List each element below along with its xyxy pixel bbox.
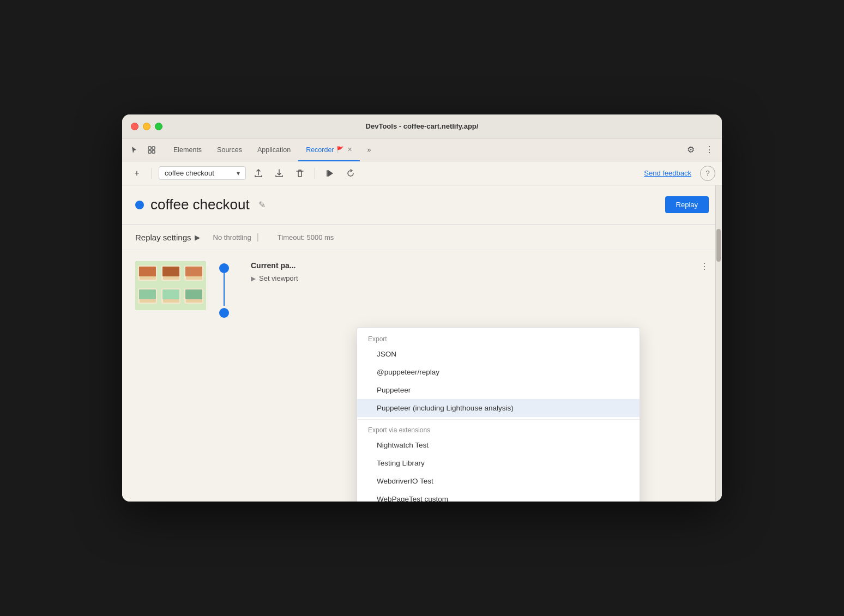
step-circle-1	[219, 263, 229, 273]
step-circle-2	[219, 308, 229, 318]
svg-rect-24	[186, 299, 202, 303]
svg-rect-15	[186, 276, 202, 280]
dropdown-arrow-icon: ▾	[237, 170, 240, 177]
toolbar-divider-2	[315, 168, 315, 179]
recording-selector-text: coffee checkout	[165, 169, 232, 177]
dropdown-item-puppeteer-replay[interactable]: @puppeteer/replay	[357, 363, 640, 381]
dropdown-item-puppeteer[interactable]: Puppeteer	[357, 381, 640, 399]
export-button[interactable]	[250, 165, 267, 182]
tab-elements[interactable]: Elements	[166, 138, 209, 161]
cursor-icon[interactable]	[126, 142, 142, 158]
step-line	[224, 273, 225, 306]
recording-status-dot	[135, 201, 144, 209]
svg-rect-12	[163, 276, 179, 280]
step-sub: ▶ Set viewport	[251, 274, 687, 282]
step-title: Current pa...	[251, 261, 687, 270]
inspect-icon[interactable]	[144, 142, 159, 158]
replay-button[interactable]: Replay	[665, 196, 709, 213]
dropdown-item-nightwatch[interactable]: Nightwatch Test	[357, 436, 640, 454]
recording-selector[interactable]: coffee checkout ▾	[159, 166, 246, 180]
toolbar: + coffee checkout ▾	[122, 161, 722, 185]
recording-title: coffee checkout	[150, 196, 250, 213]
tab-sources[interactable]: Sources	[209, 138, 250, 161]
toolbar-divider-1	[152, 168, 152, 179]
step-details: Current pa... ▶ Set viewport	[251, 261, 687, 318]
title-bar: DevTools - coffee-cart.netlify.app/	[122, 114, 722, 138]
tab-more[interactable]: »	[360, 138, 379, 161]
maximize-button[interactable]	[155, 123, 162, 130]
tab-close-icon[interactable]: ✕	[347, 146, 352, 153]
edit-title-icon[interactable]: ✎	[258, 200, 266, 210]
tabs-bar: Elements Sources Application Recorder 🚩 …	[122, 138, 722, 161]
settings-icon[interactable]: ⚙	[683, 142, 699, 158]
dropdown-item-puppeteer-lighthouse[interactable]: Puppeteer (including Lighthouse analysis…	[357, 399, 640, 417]
replay-step-button[interactable]	[342, 165, 359, 182]
tab-application[interactable]: Application	[250, 138, 298, 161]
svg-rect-14	[185, 267, 202, 276]
throttling-info: No throttling	[213, 233, 251, 241]
svg-rect-3	[152, 150, 155, 153]
svg-rect-1	[152, 147, 155, 149]
dropdown-item-json[interactable]: JSON	[357, 345, 640, 363]
dropdown-item-webdriverio[interactable]: WebdriverIO Test	[357, 472, 640, 490]
minimize-button[interactable]	[143, 123, 150, 130]
send-feedback-button[interactable]: Send feedback	[640, 167, 696, 179]
more-options-icon[interactable]: ⋮	[701, 142, 718, 158]
svg-rect-23	[185, 289, 202, 299]
svg-rect-8	[139, 267, 156, 276]
dropdown-item-testing-library[interactable]: Testing Library	[357, 454, 640, 472]
export-section-label: Export	[357, 331, 640, 345]
scrollbar[interactable]	[715, 185, 722, 502]
tabs-right-icons: ⚙ ⋮	[683, 142, 718, 158]
step-connector	[219, 263, 229, 318]
tab-recorder[interactable]: Recorder 🚩 ✕	[298, 138, 359, 161]
window-title: DevTools - coffee-cart.netlify.app/	[366, 122, 479, 130]
traffic-lights	[131, 123, 162, 130]
devtools-window: DevTools - coffee-cart.netlify.app/ Elem…	[122, 114, 722, 502]
svg-rect-9	[140, 276, 156, 280]
step-expand-icon[interactable]: ▶	[251, 275, 256, 282]
add-recording-button[interactable]: +	[129, 165, 145, 182]
svg-rect-21	[163, 299, 179, 303]
download-button[interactable]	[271, 165, 287, 182]
step-more-button[interactable]: ⋮	[700, 261, 709, 318]
close-button[interactable]	[131, 123, 138, 130]
replay-settings-arrow-icon[interactable]: ▶	[195, 233, 200, 241]
replay-settings-label: Replay settings	[135, 233, 191, 242]
export-dropdown: Export JSON @puppeteer/replay Puppeteer …	[357, 327, 640, 502]
help-button[interactable]: ?	[700, 166, 715, 181]
tab-nav-icons	[126, 142, 159, 158]
recording-header: coffee checkout ✎ Replay	[122, 185, 722, 225]
step-thumbnail	[135, 261, 206, 310]
svg-rect-11	[162, 267, 179, 276]
steps-area: Current pa... ▶ Set viewport ⋮	[122, 250, 722, 329]
replay-settings-row: Replay settings ▶ No throttling | Timeou…	[122, 225, 722, 250]
step-over-button[interactable]	[322, 165, 338, 182]
flag-icon: 🚩	[336, 146, 344, 153]
svg-marker-4	[328, 170, 333, 177]
main-content: coffee checkout ✎ Replay Replay settings…	[122, 185, 722, 502]
svg-rect-20	[162, 289, 179, 299]
export-extensions-label: Export via extensions	[357, 422, 640, 436]
dropdown-divider	[357, 419, 640, 420]
thumbnail-image	[135, 261, 206, 310]
svg-rect-18	[140, 299, 156, 303]
step-sub-label: Set viewport	[259, 274, 298, 282]
dropdown-item-webpagetest[interactable]: WebPageTest custom	[357, 490, 640, 502]
timeout-info: Timeout: 5000 ms	[278, 233, 334, 241]
svg-rect-5	[327, 170, 328, 177]
delete-button[interactable]	[292, 165, 308, 182]
settings-separator: |	[257, 232, 259, 242]
scrollbar-thumb[interactable]	[716, 229, 721, 262]
svg-rect-0	[148, 147, 151, 149]
svg-rect-17	[139, 289, 156, 299]
svg-rect-2	[148, 150, 151, 153]
